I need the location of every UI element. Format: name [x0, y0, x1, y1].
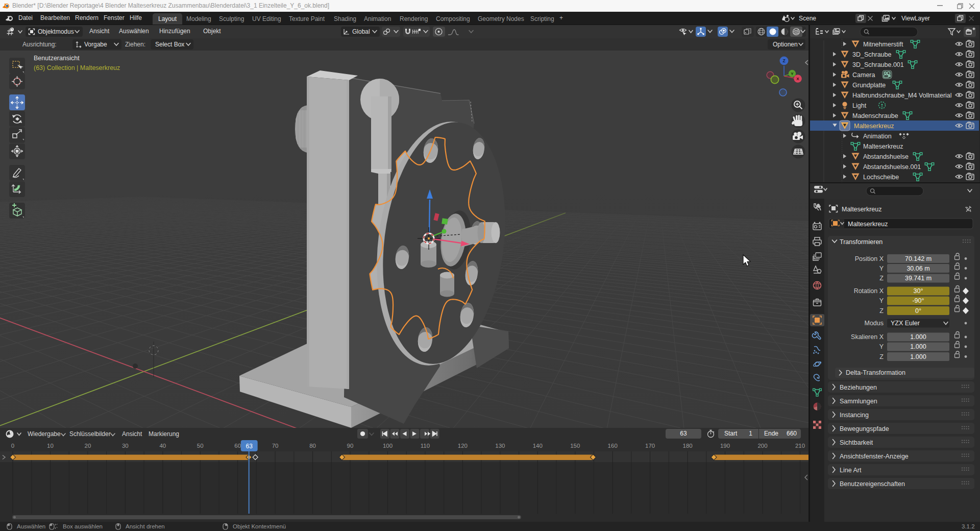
svg-text:3D_Schraube.001: 3D_Schraube.001: [852, 61, 904, 68]
svg-text:Bewegungspfade: Bewegungspfade: [840, 425, 889, 432]
svg-text:30.06 m: 30.06 m: [906, 265, 929, 272]
svg-text:Y: Y: [879, 297, 884, 304]
svg-text:Malteserkreuz: Malteserkreuz: [854, 123, 894, 130]
svg-text:Ansichtsfenster-Anzeige: Ansichtsfenster-Anzeige: [840, 453, 909, 460]
svg-text:Madenschraube: Madenschraube: [852, 112, 898, 119]
svg-text:1.000: 1.000: [910, 343, 926, 350]
svg-text:60: 60: [234, 443, 241, 449]
svg-text:Sichtbarkeit: Sichtbarkeit: [840, 439, 873, 446]
svg-text:Rotation X: Rotation X: [854, 287, 884, 295]
svg-text:Delta-Transformation: Delta-Transformation: [846, 369, 905, 376]
svg-text:1.000: 1.000: [910, 353, 926, 360]
svg-text:Abstandshuelse: Abstandshuelse: [863, 153, 909, 160]
svg-text:200: 200: [757, 443, 767, 449]
svg-text:YZX Euler: YZX Euler: [891, 320, 920, 327]
svg-text:Skalieren X: Skalieren X: [851, 333, 884, 341]
svg-text:Instancing: Instancing: [840, 412, 869, 419]
svg-text:Transformieren: Transformieren: [840, 238, 883, 246]
svg-text:120: 120: [458, 443, 468, 449]
svg-text:Y: Y: [879, 343, 884, 350]
svg-text:170: 170: [645, 443, 655, 449]
svg-text:X: X: [796, 77, 799, 81]
svg-text:Modus: Modus: [864, 320, 884, 327]
svg-text:Position X: Position X: [855, 255, 884, 262]
svg-text:(63) Collection | Malteserkreu: (63) Collection | Malteserkreuz: [34, 64, 120, 71]
svg-text:Grundplatte: Grundplatte: [852, 82, 886, 89]
svg-text:Light: Light: [852, 102, 867, 109]
svg-text:Lochscheibe: Lochscheibe: [863, 174, 899, 181]
svg-text:63: 63: [246, 443, 253, 450]
svg-text:10: 10: [47, 443, 54, 449]
svg-text:70.142 m: 70.142 m: [905, 255, 932, 262]
svg-text:Camera: Camera: [852, 71, 875, 79]
svg-text:90: 90: [347, 443, 354, 449]
svg-text:140: 140: [533, 443, 543, 449]
svg-text:80: 80: [309, 443, 316, 449]
svg-text:110: 110: [421, 443, 430, 449]
svg-text:Y: Y: [791, 71, 794, 76]
svg-text:39.741 m: 39.741 m: [905, 275, 932, 282]
svg-text:Malteserkreuz: Malteserkreuz: [863, 143, 903, 150]
svg-text:Animation: Animation: [863, 133, 892, 140]
svg-text:50: 50: [197, 443, 204, 449]
svg-text:Abstandshuelse.001: Abstandshuelse.001: [863, 163, 921, 171]
svg-text:Benutzeransicht: Benutzeransicht: [34, 55, 80, 62]
svg-text:Sammlungen: Sammlungen: [840, 398, 877, 405]
svg-text:3D_Schraube: 3D_Schraube: [852, 51, 891, 58]
svg-text:180: 180: [683, 443, 693, 449]
svg-text:100: 100: [383, 443, 393, 449]
svg-text:30: 30: [122, 443, 129, 449]
svg-text:190: 190: [720, 443, 730, 449]
svg-text:Halbrundschraube_M4 Vollmateri: Halbrundschraube_M4 Vollmaterial: [852, 92, 952, 99]
svg-text:130: 130: [495, 443, 505, 449]
svg-text:Beziehungen: Beziehungen: [840, 384, 877, 391]
svg-text:30°: 30°: [914, 287, 923, 295]
svg-text:40: 40: [159, 443, 166, 449]
svg-text:Z: Z: [879, 353, 884, 360]
svg-text:1.000: 1.000: [910, 333, 926, 341]
svg-text:-90°: -90°: [912, 297, 924, 304]
svg-text:Z: Z: [879, 275, 884, 282]
svg-text:Malteserkreuz: Malteserkreuz: [848, 221, 888, 228]
svg-text:0: 0: [11, 443, 14, 449]
svg-text:70: 70: [272, 443, 279, 449]
svg-text:Line Art: Line Art: [840, 467, 862, 474]
svg-text:150: 150: [570, 443, 580, 449]
svg-text:Y: Y: [879, 265, 884, 272]
svg-text:Mitnehmerstift: Mitnehmerstift: [863, 41, 903, 48]
svg-text:0°: 0°: [915, 307, 921, 315]
svg-text:160: 160: [608, 443, 618, 449]
svg-text:210: 210: [795, 443, 805, 449]
svg-text:Benutzereigenschaften: Benutzereigenschaften: [840, 480, 905, 488]
svg-text:Z: Z: [879, 307, 884, 315]
svg-text:Z: Z: [782, 58, 785, 63]
svg-text:Malteserkreuz: Malteserkreuz: [842, 206, 882, 213]
svg-text:20: 20: [85, 443, 91, 449]
